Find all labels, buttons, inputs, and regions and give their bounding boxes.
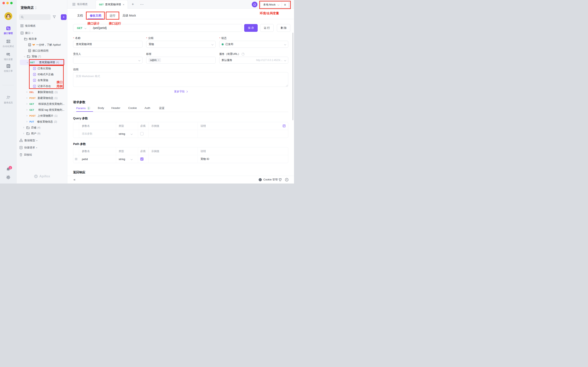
tab-run[interactable]: 运行 xyxy=(106,12,119,19)
type-select[interactable]: string xyxy=(116,155,138,163)
collapse-sidebar-icon[interactable]: « xyxy=(73,176,75,184)
tab-close-icon[interactable]: × xyxy=(123,3,125,6)
sidebar-folder-users[interactable]: 用户 (9) xyxy=(17,131,67,136)
status-select[interactable]: 已发布 xyxy=(219,41,288,48)
avatar[interactable] xyxy=(4,12,12,20)
sidebar-case-bad-id[interactable]: ID格式不正确 xyxy=(17,72,67,77)
tab-settings[interactable]: 设置 xyxy=(159,106,164,110)
required-checkbox[interactable] xyxy=(140,157,144,161)
sidebar-api-put-pet[interactable]: PUT 修改宠物信息 (2) xyxy=(17,119,67,124)
name-field[interactable] xyxy=(73,41,143,48)
method-select[interactable]: GET xyxy=(73,24,90,32)
api-case-icon xyxy=(33,67,36,70)
description-cell[interactable] xyxy=(198,130,288,138)
delete-button[interactable]: 删 除 xyxy=(277,24,290,32)
remove-tag-icon[interactable]: × xyxy=(158,59,159,62)
search-input[interactable] xyxy=(19,14,51,20)
more-fields-link[interactable]: 更多字段 xyxy=(67,90,294,93)
tab-advanced-mock[interactable]: 高级 Mock xyxy=(122,12,136,19)
sidebar-api-post-pet[interactable]: POST 新建宠物信息 (1) xyxy=(17,95,67,101)
tags-field[interactable]: sdjhfc × xyxy=(146,57,216,64)
sidebar-section-data-models[interactable]: 数据模型 ▸ xyxy=(17,138,67,143)
sidebar-folder-pets[interactable]: 宠物 (7) xyxy=(17,54,67,59)
rail-item-invite-member[interactable]: 邀请成员 xyxy=(0,95,17,104)
tab-body[interactable]: Body xyxy=(98,106,104,109)
sidebar-api-get-by-status[interactable]: GET 根据状态查找宠物列... xyxy=(17,101,67,107)
resize-handle[interactable] xyxy=(286,85,288,86)
description-cell[interactable]: 宠物 ID xyxy=(198,155,288,163)
group-label: *分组 xyxy=(146,36,154,40)
sidebar-item-label: 回收站 xyxy=(24,153,32,157)
online-share-icon xyxy=(6,63,11,69)
rail-item-auto-test[interactable]: 自动化测试 xyxy=(0,39,17,48)
sidebar-section-trash[interactable]: 回收站 xyxy=(17,152,67,157)
settings-gear-icon[interactable] xyxy=(6,175,11,180)
tab-project-overview[interactable]: 项目概览 xyxy=(72,0,87,8)
group-select[interactable]: 宠物 xyxy=(146,41,216,48)
type-select[interactable]: string xyxy=(116,130,138,138)
traffic-zoom-button[interactable] xyxy=(10,2,13,4)
owner-select[interactable] xyxy=(73,57,143,64)
rail-item-label: 邀请成员 xyxy=(4,101,13,104)
name-input[interactable] xyxy=(76,43,140,46)
environment-menu-icon[interactable]: ≡ xyxy=(282,2,288,8)
tab-cookie[interactable]: Cookie xyxy=(128,106,137,109)
sidebar-case-not-found[interactable]: 记录不存在 xyxy=(17,83,67,89)
url-input[interactable]: /pet/{petId} xyxy=(90,26,107,30)
sidebar-doc-intro[interactable]: M 一分钟，了解 Apifox! xyxy=(17,42,67,48)
sidebar-section-apis[interactable]: 接口 ▾ xyxy=(17,30,67,36)
quick-request-icon xyxy=(19,146,23,149)
request-params-title: 请求参数 xyxy=(73,100,85,104)
sidebar-case-sold-pet[interactable]: 已售出宠物 xyxy=(17,66,67,71)
sidebar-api-get-pet-detail[interactable]: GET 查询宠物详情 (4) xyxy=(20,59,65,65)
sidebar-section-quick-request[interactable]: 快捷请求 ▸ xyxy=(17,145,67,150)
theme-shirt-icon[interactable] xyxy=(278,176,282,184)
add-param-placeholder[interactable]: 添加参数 xyxy=(82,132,93,136)
save-button[interactable]: 保 存 xyxy=(244,24,258,32)
expand-chevron-icon xyxy=(27,62,28,63)
tab-params[interactable]: Params 1 xyxy=(76,106,90,110)
help-question-icon[interactable]: ? xyxy=(285,176,288,184)
tab-more-icon[interactable]: ⋯ xyxy=(140,0,144,8)
sidebar-api-get-by-tag[interactable]: GET 根据 tag 查找宠物列... xyxy=(17,107,67,113)
traffic-close-button[interactable] xyxy=(2,2,5,4)
description-textarea[interactable] xyxy=(73,72,288,87)
sidebar-folder-root[interactable]: 根目录 xyxy=(17,36,67,42)
traffic-minimize-button[interactable] xyxy=(6,2,9,4)
tab-auth[interactable]: Auth xyxy=(145,106,150,109)
project-switcher[interactable]: 宠物商店 xyxy=(21,6,36,10)
filter-icon[interactable] xyxy=(52,15,56,19)
sidebar-folder-store[interactable]: 店铺 (4) xyxy=(17,125,67,130)
help-icon[interactable]: ? xyxy=(242,53,245,56)
new-tab-button[interactable]: + xyxy=(132,0,134,8)
query-param-add-row[interactable]: 添加参数 string xyxy=(73,130,288,138)
cookie-manager[interactable]: Cookie 管理 xyxy=(259,176,278,184)
bulk-edit-icon[interactable] xyxy=(283,124,286,127)
drag-handle-icon[interactable] xyxy=(75,158,77,160)
tab-get-pet-detail[interactable]: GET 查询宠物详情 × xyxy=(95,0,128,9)
sync-button[interactable] xyxy=(252,2,258,7)
run-button[interactable]: 运 行 xyxy=(260,24,274,32)
sidebar-item-project-overview[interactable]: 项目概览 xyxy=(17,23,67,29)
name-label: *名称 xyxy=(73,36,80,40)
sidebar-case-on-sale[interactable]: 在售宠物 xyxy=(17,77,67,83)
add-new-button[interactable]: + xyxy=(61,14,67,20)
tab-doc[interactable]: 文档 xyxy=(77,12,83,19)
environment-dropdown[interactable]: 本地 Mock xyxy=(261,2,282,8)
service-select[interactable]: 默认服务 http://127.0.0.1:4523/... xyxy=(219,57,288,64)
tab-header[interactable]: Header xyxy=(111,106,120,109)
example-cell[interactable] xyxy=(149,155,198,163)
sidebar-api-del-pet[interactable]: DEL 删除宠物信息 (1) xyxy=(17,89,67,95)
param-name-cell[interactable]: petId xyxy=(79,155,116,163)
example-cell[interactable] xyxy=(149,130,198,138)
tab-edit-doc[interactable]: 修改文档 xyxy=(86,12,104,19)
required-checkbox[interactable] xyxy=(140,132,144,135)
rail-item-project-settings[interactable]: 项目设置 xyxy=(0,52,17,61)
sidebar-api-upload-image[interactable]: POST 上传宠物图片 (1) xyxy=(17,113,67,118)
sidebar-doc-notes[interactable]: M 接口文档说明 xyxy=(17,48,67,53)
rail-item-online-share[interactable]: 在线分享 xyxy=(0,63,17,73)
path-param-row[interactable]: petId string 宠物 ID xyxy=(73,155,288,163)
rail-item-api-management[interactable]: 接口管理 xyxy=(0,26,17,35)
sidebar-item-label: 已售出宠物 xyxy=(38,67,51,70)
vertical-scrollbar[interactable] xyxy=(292,33,293,120)
